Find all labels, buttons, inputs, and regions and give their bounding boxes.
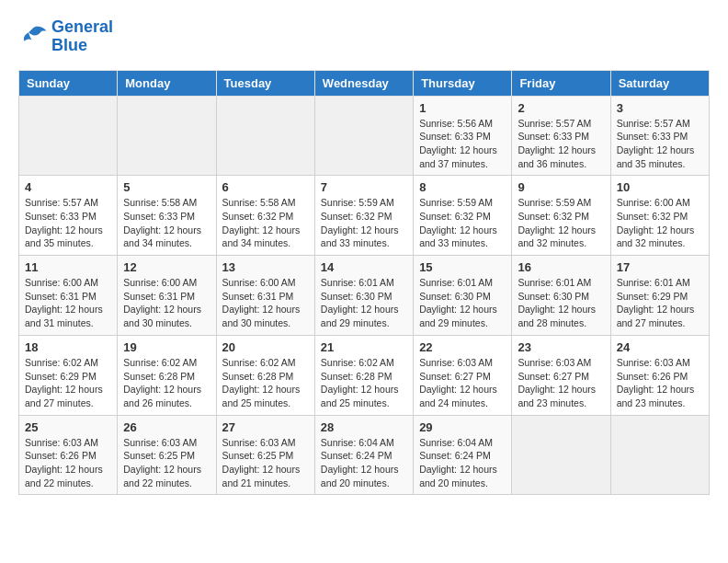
day-number: 6	[222, 180, 309, 194]
day-number: 28	[321, 420, 407, 434]
day-number: 4	[25, 180, 111, 194]
calendar-cell: 5Sunrise: 5:58 AM Sunset: 6:33 PM Daylig…	[118, 176, 216, 256]
calendar-cell: 21Sunrise: 6:02 AM Sunset: 6:28 PM Dayli…	[314, 335, 413, 415]
calendar-table: SundayMondayTuesdayWednesdayThursdayFrid…	[18, 70, 710, 496]
calendar-cell: 25Sunrise: 6:03 AM Sunset: 6:26 PM Dayli…	[19, 415, 118, 495]
calendar-cell: 11Sunrise: 6:00 AM Sunset: 6:31 PM Dayli…	[19, 256, 118, 336]
day-number: 1	[419, 101, 506, 115]
day-number: 2	[518, 101, 604, 115]
calendar-week-4: 18Sunrise: 6:02 AM Sunset: 6:29 PM Dayli…	[19, 335, 710, 415]
day-info: Sunrise: 5:56 AM Sunset: 6:33 PM Dayligh…	[419, 117, 506, 171]
calendar-cell: 1Sunrise: 5:56 AM Sunset: 6:33 PM Daylig…	[414, 96, 512, 176]
weekday-header-row: SundayMondayTuesdayWednesdayThursdayFrid…	[19, 70, 710, 96]
day-number: 3	[617, 101, 703, 115]
day-info: Sunrise: 6:03 AM Sunset: 6:26 PM Dayligh…	[25, 436, 111, 490]
page-header: General Blue	[18, 18, 710, 55]
weekday-header-tuesday: Tuesday	[216, 70, 314, 96]
calendar-cell	[216, 96, 314, 176]
day-info: Sunrise: 6:02 AM Sunset: 6:28 PM Dayligh…	[123, 356, 210, 410]
calendar-cell: 23Sunrise: 6:03 AM Sunset: 6:27 PM Dayli…	[512, 335, 610, 415]
calendar-cell: 14Sunrise: 6:01 AM Sunset: 6:30 PM Dayli…	[314, 256, 413, 336]
calendar-cell: 8Sunrise: 5:59 AM Sunset: 6:32 PM Daylig…	[414, 176, 512, 256]
calendar-cell	[19, 96, 118, 176]
calendar-cell: 12Sunrise: 6:00 AM Sunset: 6:31 PM Dayli…	[118, 256, 216, 336]
day-info: Sunrise: 6:00 AM Sunset: 6:31 PM Dayligh…	[25, 276, 111, 330]
day-number: 27	[222, 420, 309, 434]
calendar-cell: 28Sunrise: 6:04 AM Sunset: 6:24 PM Dayli…	[314, 415, 413, 495]
day-info: Sunrise: 5:58 AM Sunset: 6:32 PM Dayligh…	[222, 196, 309, 250]
day-info: Sunrise: 6:04 AM Sunset: 6:24 PM Dayligh…	[321, 436, 407, 490]
day-number: 25	[25, 420, 111, 434]
day-info: Sunrise: 6:00 AM Sunset: 6:31 PM Dayligh…	[123, 276, 210, 330]
calendar-cell: 18Sunrise: 6:02 AM Sunset: 6:29 PM Dayli…	[19, 335, 118, 415]
logo-text: General Blue	[51, 18, 113, 55]
day-number: 19	[123, 340, 210, 354]
day-info: Sunrise: 6:02 AM Sunset: 6:28 PM Dayligh…	[321, 356, 407, 410]
calendar-cell	[512, 415, 610, 495]
day-number: 13	[222, 260, 309, 274]
calendar-cell: 9Sunrise: 5:59 AM Sunset: 6:32 PM Daylig…	[512, 176, 610, 256]
day-info: Sunrise: 6:03 AM Sunset: 6:27 PM Dayligh…	[419, 356, 506, 410]
calendar-cell: 24Sunrise: 6:03 AM Sunset: 6:26 PM Dayli…	[610, 335, 709, 415]
day-info: Sunrise: 6:03 AM Sunset: 6:25 PM Dayligh…	[123, 436, 210, 490]
calendar-cell: 4Sunrise: 5:57 AM Sunset: 6:33 PM Daylig…	[19, 176, 118, 256]
calendar-cell: 15Sunrise: 6:01 AM Sunset: 6:30 PM Dayli…	[414, 256, 512, 336]
day-number: 12	[123, 260, 210, 274]
day-number: 9	[518, 180, 604, 194]
day-info: Sunrise: 6:01 AM Sunset: 6:29 PM Dayligh…	[617, 276, 703, 330]
calendar-cell: 27Sunrise: 6:03 AM Sunset: 6:25 PM Dayli…	[216, 415, 314, 495]
weekday-header-monday: Monday	[118, 70, 216, 96]
logo: General Blue	[18, 18, 113, 55]
day-number: 17	[617, 260, 703, 274]
day-info: Sunrise: 6:01 AM Sunset: 6:30 PM Dayligh…	[518, 276, 604, 330]
day-number: 8	[419, 180, 506, 194]
day-info: Sunrise: 5:59 AM Sunset: 6:32 PM Dayligh…	[321, 196, 407, 250]
day-number: 11	[25, 260, 111, 274]
day-info: Sunrise: 5:59 AM Sunset: 6:32 PM Dayligh…	[518, 196, 604, 250]
calendar-cell: 13Sunrise: 6:00 AM Sunset: 6:31 PM Dayli…	[216, 256, 314, 336]
calendar-cell: 17Sunrise: 6:01 AM Sunset: 6:29 PM Dayli…	[610, 256, 709, 336]
calendar-body: 1Sunrise: 5:56 AM Sunset: 6:33 PM Daylig…	[19, 96, 710, 495]
day-info: Sunrise: 6:03 AM Sunset: 6:26 PM Dayligh…	[617, 356, 703, 410]
calendar-cell: 3Sunrise: 5:57 AM Sunset: 6:33 PM Daylig…	[610, 96, 709, 176]
day-number: 18	[25, 340, 111, 354]
day-info: Sunrise: 5:57 AM Sunset: 6:33 PM Dayligh…	[518, 117, 604, 171]
weekday-header-saturday: Saturday	[610, 70, 709, 96]
weekday-header-thursday: Thursday	[414, 70, 512, 96]
calendar-cell	[314, 96, 413, 176]
day-number: 22	[419, 340, 506, 354]
day-info: Sunrise: 5:57 AM Sunset: 6:33 PM Dayligh…	[617, 117, 703, 171]
day-number: 14	[321, 260, 407, 274]
calendar-cell: 16Sunrise: 6:01 AM Sunset: 6:30 PM Dayli…	[512, 256, 610, 336]
day-info: Sunrise: 6:01 AM Sunset: 6:30 PM Dayligh…	[321, 276, 407, 330]
day-info: Sunrise: 6:04 AM Sunset: 6:24 PM Dayligh…	[419, 436, 506, 490]
day-info: Sunrise: 6:03 AM Sunset: 6:27 PM Dayligh…	[518, 356, 604, 410]
weekday-header-wednesday: Wednesday	[314, 70, 413, 96]
calendar-week-5: 25Sunrise: 6:03 AM Sunset: 6:26 PM Dayli…	[19, 415, 710, 495]
logo-bird-icon	[18, 24, 48, 50]
calendar-cell: 2Sunrise: 5:57 AM Sunset: 6:33 PM Daylig…	[512, 96, 610, 176]
day-number: 7	[321, 180, 407, 194]
weekday-header-friday: Friday	[512, 70, 610, 96]
calendar-cell: 26Sunrise: 6:03 AM Sunset: 6:25 PM Dayli…	[118, 415, 216, 495]
day-info: Sunrise: 6:02 AM Sunset: 6:28 PM Dayligh…	[222, 356, 309, 410]
calendar-cell: 6Sunrise: 5:58 AM Sunset: 6:32 PM Daylig…	[216, 176, 314, 256]
day-number: 15	[419, 260, 506, 274]
day-info: Sunrise: 5:57 AM Sunset: 6:33 PM Dayligh…	[25, 196, 111, 250]
day-info: Sunrise: 6:02 AM Sunset: 6:29 PM Dayligh…	[25, 356, 111, 410]
calendar-cell: 22Sunrise: 6:03 AM Sunset: 6:27 PM Dayli…	[414, 335, 512, 415]
calendar-week-2: 4Sunrise: 5:57 AM Sunset: 6:33 PM Daylig…	[19, 176, 710, 256]
day-number: 24	[617, 340, 703, 354]
day-number: 5	[123, 180, 210, 194]
calendar-cell: 29Sunrise: 6:04 AM Sunset: 6:24 PM Dayli…	[414, 415, 512, 495]
calendar-cell: 19Sunrise: 6:02 AM Sunset: 6:28 PM Dayli…	[118, 335, 216, 415]
calendar-week-3: 11Sunrise: 6:00 AM Sunset: 6:31 PM Dayli…	[19, 256, 710, 336]
day-number: 16	[518, 260, 604, 274]
day-info: Sunrise: 6:00 AM Sunset: 6:31 PM Dayligh…	[222, 276, 309, 330]
weekday-header-sunday: Sunday	[19, 70, 118, 96]
day-info: Sunrise: 6:01 AM Sunset: 6:30 PM Dayligh…	[419, 276, 506, 330]
calendar-cell: 20Sunrise: 6:02 AM Sunset: 6:28 PM Dayli…	[216, 335, 314, 415]
calendar-cell: 10Sunrise: 6:00 AM Sunset: 6:32 PM Dayli…	[610, 176, 709, 256]
calendar-cell: 7Sunrise: 5:59 AM Sunset: 6:32 PM Daylig…	[314, 176, 413, 256]
day-info: Sunrise: 6:00 AM Sunset: 6:32 PM Dayligh…	[617, 196, 703, 250]
